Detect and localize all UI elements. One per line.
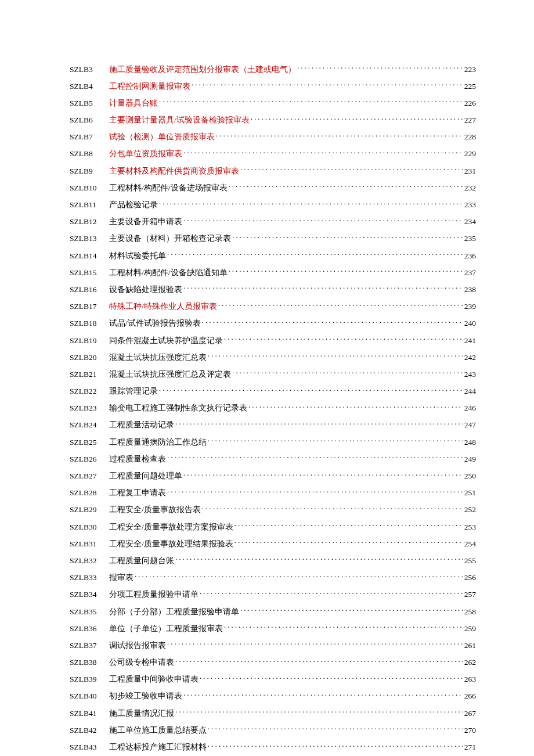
toc-page-number: 236 [464,252,476,260]
toc-page-number: 227 [464,116,476,124]
toc-leader-dots [232,369,463,377]
toc-page-number: 244 [464,387,476,395]
toc-entry: SZLB24工程质量活动记录247 [70,420,476,429]
toc-page-number: 270 [464,726,476,735]
toc-entry: SZLB32工程质量问题台账255 [70,555,476,564]
toc-title: 工程控制网测量报审表 [109,82,190,91]
toc-page-number: 248 [464,438,476,447]
toc-page-number: 255 [464,557,476,565]
toc-container: SZLB3施工质量验收及评定范围划分报审表（土建或电气）223SZLB4工程控制… [70,64,476,756]
toc-leader-dots [167,250,463,258]
toc-title: 产品检验记录 [109,201,158,209]
toc-page-number: 251 [464,489,476,497]
toc-leader-dots [202,505,463,513]
toc-title: 计量器具台账 [109,99,158,107]
toc-leader-dots [183,284,463,292]
toc-title: 试品/试件试验报告报验表 [109,319,201,327]
toc-leader-dots [224,335,463,343]
toc-entry: SZLB9主要材料及构配件供货商资质报审表231 [70,165,476,175]
toc-entry: SZLB39工程质量中间验收申请表263 [70,674,476,683]
toc-code: SZLB29 [70,506,109,514]
toc-title: 调试报告报审表 [109,642,166,650]
toc-page-number: 252 [464,506,476,514]
toc-title: 分包单位资质报审表 [109,150,182,158]
toc-title: 工程安全/质量事故处理结果报验表 [109,540,233,548]
toc-entry: SZLB8分包单位资质报审表229 [70,149,476,158]
toc-leader-dots [175,708,463,716]
toc-page-number: 266 [464,692,476,700]
toc-code: SZLB17 [70,303,109,311]
toc-title: 分部（子分部）工程质量报验申请单 [109,608,239,616]
toc-entry: SZLB3施工质量验收及评定范围划分报审表（土建或电气）223 [70,64,476,73]
toc-leader-dots [229,182,463,190]
toc-code: SZLB6 [70,116,109,124]
toc-code: SZLB41 [70,710,109,718]
toc-title: 混凝土试块抗压强度汇总及评定表 [109,370,231,379]
toc-title: 材料试验委托单 [109,252,166,260]
toc-code: SZLB14 [70,252,109,260]
toc-entry: SZLB5计量器具台账226 [70,98,476,107]
toc-leader-dots [159,98,463,106]
toc-code: SZLB13 [70,235,109,243]
toc-entry: SZLB33报审表256 [70,573,476,582]
toc-page-number: 235 [464,235,476,243]
toc-title: 报审表 [109,574,134,582]
toc-page-number: 250 [464,472,476,480]
toc-code: SZLB20 [70,354,109,362]
toc-code: SZLB33 [70,574,109,582]
toc-entry: SZLB38公司级专检申请表262 [70,657,476,667]
toc-code: SZLB40 [70,692,109,700]
toc-title: 同条件混凝土试块养护温度记录 [109,337,223,345]
toc-page-number: 229 [464,150,476,158]
toc-entry: SZLB15工程材料/构配件/设备缺陷通知单237 [70,267,476,276]
toc-entry: SZLB23输变电工程施工强制性条文执行记录表246 [70,403,476,412]
toc-page-number: 254 [464,540,476,548]
toc-title: 设备缺陷处理报验表 [109,286,182,294]
toc-title: 工程质量中间验收申请表 [109,675,199,683]
toc-title: 过程质量检查表 [109,455,166,463]
toc-entry: SZLB17特殊工种/特殊作业人员报审表239 [70,301,476,311]
toc-code: SZLB31 [70,540,109,548]
toc-code: SZLB38 [70,658,109,667]
toc-entry: SZLB6主要测量计量器具/试验设备检验报审表227 [70,115,476,124]
toc-title: 工程安全/质量事故报告表 [109,506,201,514]
toc-title: 工程质量问题处理单 [109,472,182,480]
toc-leader-dots [183,217,463,225]
toc-leader-dots [218,301,463,309]
toc-leader-dots [297,64,463,72]
toc-page-number: 242 [464,354,476,362]
toc-code: SZLB18 [70,319,109,327]
toc-code: SZLB27 [70,472,109,480]
toc-page-number: 233 [464,201,476,209]
toc-title: 工程质量问题台账 [109,557,174,565]
toc-title: 特殊工种/特殊作业人员报审表 [109,303,217,311]
toc-leader-dots [208,742,463,750]
toc-entry: SZLB12主要设备开箱申请表234 [70,217,476,226]
toc-code: SZLB4 [70,82,109,91]
toc-entry: SZLB29工程安全/质量事故报告表252 [70,505,476,514]
toc-title: 跟踪管理记录 [109,387,158,395]
toc-leader-dots [208,725,463,733]
toc-entry: SZLB20混凝土试块抗压强度汇总表242 [70,352,476,361]
toc-leader-dots [167,453,463,462]
toc-code: SZLB32 [70,557,109,565]
toc-code: SZLB8 [70,150,109,158]
toc-title: 工程复工申请表 [109,489,166,497]
toc-code: SZLB5 [70,99,109,107]
toc-page-number: 234 [464,218,476,226]
toc-page-number: 239 [464,303,476,311]
toc-title: 施工质量情况汇报 [109,710,174,718]
toc-entry: SZLB16设备缺陷处理报验表238 [70,284,476,293]
toc-leader-dots [240,165,463,174]
toc-page-number: 240 [464,319,476,327]
toc-leader-dots [229,267,463,275]
toc-code: SZLB39 [70,675,109,683]
toc-title: 工程质量活动记录 [109,421,174,429]
toc-page-number: 225 [464,82,476,91]
toc-entry: SZLB31工程安全/质量事故处理结果报验表254 [70,538,476,548]
toc-entry: SZLB34分项工程质量报验申请单257 [70,589,476,599]
toc-title: 工程安全/质量事故处理方案报审表 [109,523,233,531]
toc-title: 单位（子单位）工程质量报审表 [109,625,223,633]
toc-code: SZLB35 [70,608,109,616]
toc-entry: SZLB10工程材料/构配件/设备进场报审表232 [70,182,476,192]
